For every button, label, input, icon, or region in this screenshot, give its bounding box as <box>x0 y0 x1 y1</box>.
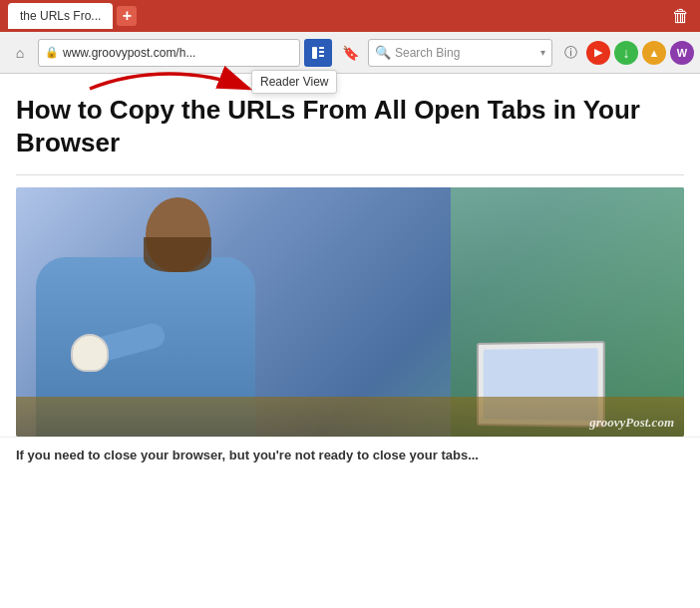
svg-rect-3 <box>319 55 324 57</box>
bookmark-button[interactable]: 🔖 <box>336 39 364 67</box>
trash-icon: 🗑 <box>672 6 690 26</box>
browser-tab[interactable]: the URLs Fro... <box>8 3 113 29</box>
url-text: www.groovypost.com/h... <box>63 46 195 60</box>
info-button[interactable]: ⓘ <box>558 41 582 65</box>
search-placeholder: Search Bing <box>395 46 536 60</box>
onedrive-button[interactable]: W <box>670 41 694 65</box>
bookmark-icon: 🔖 <box>342 45 359 61</box>
home-button[interactable]: ⌂ <box>6 39 34 67</box>
tab-label: the URLs Fro... <box>20 9 101 23</box>
table-surface <box>16 397 684 437</box>
article-footer-text: If you need to close your browser, but y… <box>16 448 479 462</box>
play-button[interactable]: ▶ <box>586 41 610 65</box>
toolbar-icons: ⓘ ▶ ↓ ▲ W <box>558 41 694 65</box>
svg-rect-1 <box>319 47 324 49</box>
url-bar[interactable]: 🔒 www.groovypost.com/h... <box>38 39 300 67</box>
article-content: How to Copy the URLs From All Open Tabs … <box>0 74 700 437</box>
divider <box>16 174 684 175</box>
reader-view-tooltip: Reader View <box>251 70 337 94</box>
reader-view-button[interactable] <box>304 39 332 67</box>
reader-view-icon <box>310 45 326 61</box>
drive-button[interactable]: ▲ <box>642 41 666 65</box>
search-magnifier-icon: 🔍 <box>375 45 391 60</box>
svg-rect-0 <box>312 47 317 59</box>
lock-icon: 🔒 <box>45 46 59 59</box>
address-bar: ⌂ 🔒 www.groovypost.com/h... 🔖 🔍 Search B… <box>0 32 700 74</box>
article-image: groovyPost.com <box>16 187 684 437</box>
watermark: groovyPost.com <box>589 415 674 431</box>
title-bar: the URLs Fro... + 🗑 <box>0 0 700 32</box>
download-button[interactable]: ↓ <box>614 41 638 65</box>
svg-rect-2 <box>319 51 324 53</box>
new-tab-button[interactable]: + <box>117 6 137 26</box>
search-dropdown-icon[interactable]: ▾ <box>540 47 545 58</box>
search-bar[interactable]: 🔍 Search Bing ▾ <box>368 39 552 67</box>
close-window-button[interactable]: 🗑 <box>672 6 690 27</box>
article-title: How to Copy the URLs From All Open Tabs … <box>16 94 684 158</box>
article-footer: If you need to close your browser, but y… <box>0 437 700 471</box>
home-icon: ⌂ <box>16 45 24 61</box>
